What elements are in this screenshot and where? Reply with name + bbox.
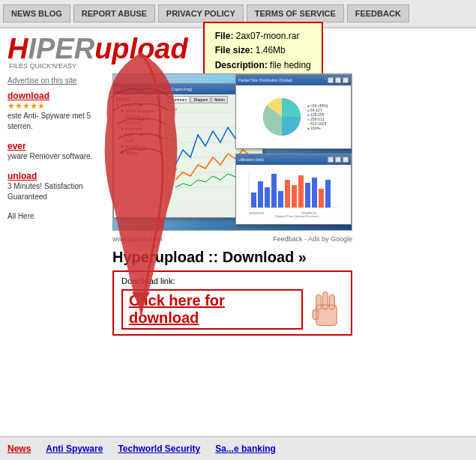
svg-rect-23 xyxy=(292,185,297,208)
logo-h: H xyxy=(7,33,28,64)
win2-maximize[interactable]: □ xyxy=(335,77,341,83)
screenshot-area: Project 1 - Colasoft Capsa [Capturing] _… xyxy=(112,73,352,231)
screenshot-source: www.javvim.com xyxy=(112,235,163,243)
sidebar-block-1: download ★★★★★ este Anti- Spyware met 5 … xyxy=(7,91,105,132)
svg-text:2006/06/19: 2006/06/19 xyxy=(249,211,265,215)
win2-title: Packet Size Distribution (Global) xyxy=(238,78,292,82)
footer-nav-techworld[interactable]: Techworld Security xyxy=(118,444,200,454)
svg-text:Elapsed Time (Internet Receive: Elapsed Time (Internet Receiver) xyxy=(275,214,319,218)
main-content: Advertise on this site download ★★★★★ es… xyxy=(0,73,476,342)
pie-chart xyxy=(259,94,304,139)
logo-iper: IPER xyxy=(28,33,94,64)
left-sidebar: Advertise on this site download ★★★★★ es… xyxy=(7,73,105,342)
svg-rect-35 xyxy=(316,294,322,309)
filesize-label: File size: xyxy=(215,45,253,55)
filesize-value: 1.46Mb xyxy=(256,45,286,55)
svg-rect-28 xyxy=(325,180,331,208)
svg-rect-18 xyxy=(258,181,263,208)
sidebar-text-2: yware Remover software. xyxy=(7,151,105,162)
screenshot-footer: www.javvim.com Feedback - Ads by Google xyxy=(112,234,352,244)
hand-cursor-icon xyxy=(310,288,343,330)
nav-terms-of-service[interactable]: TERMS OF SERVICE xyxy=(247,4,344,22)
ads-link[interactable]: Feedback - Ads by Google xyxy=(273,235,352,243)
sidebar-text-3: 3 Minutes! Satisfaction Guaranteed xyxy=(7,181,105,202)
win1-title: Project 1 - Colasoft Capsa [Capturing] xyxy=(116,87,192,91)
filename-value: 2ax07-moon.rar xyxy=(236,31,300,41)
svg-rect-33 xyxy=(313,309,319,320)
download-section: Download link: Click here for download xyxy=(112,270,352,336)
win2-minimize[interactable]: _ xyxy=(328,77,334,83)
filename-label: File: xyxy=(215,31,234,41)
svg-rect-19 xyxy=(265,187,270,208)
sidebar-stars: ★★★★★ xyxy=(7,101,105,111)
footer-nav-sa[interactable]: Sa...e banking xyxy=(215,444,276,454)
file-info-size: File size: 1.46Mb xyxy=(215,43,311,58)
nav-report-abuse[interactable]: REPORT ABUSE xyxy=(73,4,155,22)
file-info-box: File: 2ax07-moon.rar File size: 1.46Mb D… xyxy=(203,22,323,80)
win3-maximize[interactable]: □ xyxy=(335,157,341,163)
sidebar-unload-link[interactable]: unload xyxy=(7,171,105,181)
svg-text:0.5: 0.5 xyxy=(172,137,177,142)
footer-nav-anti-spyware[interactable]: Anti Spyware xyxy=(46,444,103,454)
description-value: file heding xyxy=(270,60,311,70)
nav-news-blog[interactable]: NEWS BLOG xyxy=(3,4,70,22)
footer-nav-news[interactable]: News xyxy=(7,444,31,454)
nav-feedback[interactable]: FEEDBACK xyxy=(347,4,409,22)
svg-rect-27 xyxy=(319,189,324,208)
win2-close[interactable]: × xyxy=(343,77,349,83)
svg-rect-21 xyxy=(278,191,283,208)
svg-rect-17 xyxy=(251,193,256,208)
page-title: Hyperupload :: Download » xyxy=(112,249,469,266)
description-label: Description: xyxy=(215,60,268,70)
sidebar-ever-link[interactable]: ever xyxy=(7,141,105,151)
sidebar-text-1: este Anti- Spyware met 5 sterren. xyxy=(7,111,105,132)
advertise-link[interactable]: Advertise on this site xyxy=(7,76,105,85)
bar-chart: 2006/06/19 2006/06/19 Elapsed Time (Inte… xyxy=(238,166,343,219)
download-link[interactable]: Click here for download xyxy=(121,289,303,330)
file-info-description: Description: file heding xyxy=(215,58,311,73)
file-info-filename: File: 2ax07-moon.rar xyxy=(215,29,311,43)
logo: HIPERupload FILES QUICK'N'EASY xyxy=(7,33,188,70)
win3-title: Utilization (bits) xyxy=(238,157,264,162)
svg-rect-20 xyxy=(271,174,277,208)
download-label: Download link: xyxy=(121,276,343,285)
center-content: Project 1 - Colasoft Capsa [Capturing] _… xyxy=(112,73,469,342)
sidebar-text-4: All Here. xyxy=(7,211,105,222)
svg-text:0.0: 0.0 xyxy=(172,167,177,172)
svg-rect-25 xyxy=(305,183,310,208)
win3-minimize[interactable]: _ xyxy=(328,157,334,163)
logo-tagline: FILES QUICK'N'EASY xyxy=(9,62,188,70)
download-button-area: Click here for download xyxy=(121,288,343,330)
svg-rect-22 xyxy=(285,180,290,208)
svg-rect-37 xyxy=(329,294,334,309)
nav-privacy-policy[interactable]: PRIVACY POLICY xyxy=(158,4,244,22)
sidebar-block-2: ever yware Remover software. xyxy=(7,141,105,162)
svg-text:1.0: 1.0 xyxy=(172,107,177,112)
svg-rect-26 xyxy=(312,178,317,208)
svg-rect-36 xyxy=(323,291,328,309)
svg-rect-24 xyxy=(298,175,304,208)
window-3: Utilization (bits) _ □ × xyxy=(235,154,352,225)
window-2: Packet Size Distribution (Global) _ □ × xyxy=(235,74,352,149)
footer-navigation: News Anti Spyware Techworld Security Sa.… xyxy=(0,436,476,460)
logo-upload: upload xyxy=(94,33,188,64)
win3-close[interactable]: × xyxy=(343,157,349,163)
sidebar-block-3: unload 3 Minutes! Satisfaction Guarantee… xyxy=(7,171,105,202)
header: HIPERupload FILES QUICK'N'EASY File: 2ax… xyxy=(0,28,476,73)
sidebar-block-4: All Here. xyxy=(7,211,105,222)
sidebar-download-link[interactable]: download xyxy=(7,91,105,101)
